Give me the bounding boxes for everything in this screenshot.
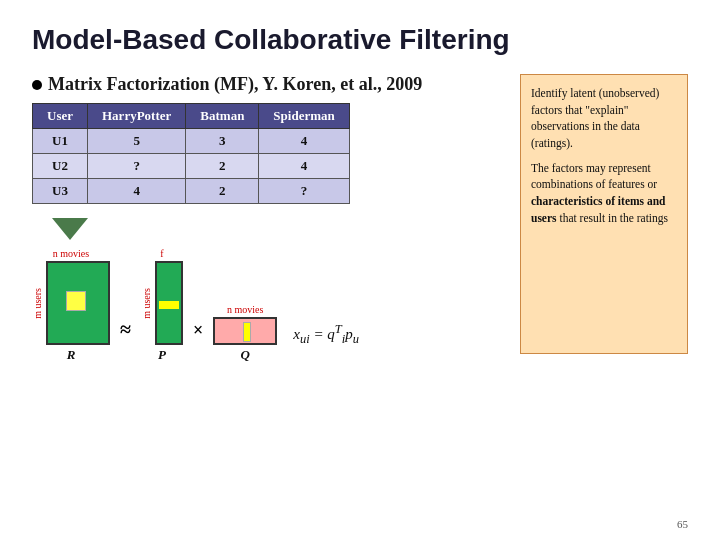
- col-harrypotter: HarryPotter: [88, 104, 186, 129]
- P-matrix-container: f m users P: [141, 248, 183, 363]
- table-row: U3 4 2 ?: [33, 179, 350, 204]
- R-side-label: m users: [32, 288, 43, 319]
- Q-matrix-box: [213, 317, 277, 345]
- right-panel-p1: Identify latent (unobserved) factors tha…: [531, 85, 677, 152]
- right-panel-p2: The factors may represent combinations o…: [531, 160, 677, 227]
- mf-table: User HarryPotter Batman Spiderman U1 5 3…: [32, 103, 350, 204]
- matrix-row: n movies m users R ≈ f: [32, 248, 504, 363]
- Q-label: Q: [241, 347, 250, 363]
- Q-matrix-container: n movies Q: [213, 304, 277, 363]
- bullet-header: Matrix Factorization (MF), Y. Koren, et …: [32, 74, 504, 95]
- cell-u1-hp: 5: [88, 129, 186, 154]
- Q-inner-box: [243, 322, 251, 342]
- table-row: U2 ? 2 4: [33, 154, 350, 179]
- right-panel-p2-text: The factors may represent combinations o…: [531, 162, 668, 224]
- R-matrix-wrapper: m users: [32, 261, 110, 345]
- col-user: User: [33, 104, 88, 129]
- approx-container: ≈: [120, 318, 131, 363]
- P-matrix-box: [155, 261, 183, 345]
- cell-u3-user: U3: [33, 179, 88, 204]
- P-inner-box: [159, 301, 179, 309]
- Q-matrix-wrapper: [213, 317, 277, 345]
- P-top-label: f: [160, 248, 163, 259]
- cell-u1-bat: 3: [186, 129, 259, 154]
- times-symbol: ×: [193, 320, 203, 341]
- cell-u2-spider: 4: [259, 154, 349, 179]
- col-batman: Batman: [186, 104, 259, 129]
- table-row: U1 5 3 4: [33, 129, 350, 154]
- cell-u3-spider: ?: [259, 179, 349, 204]
- page-number: 65: [677, 518, 688, 530]
- cell-u1-spider: 4: [259, 129, 349, 154]
- slide-title: Model-Based Collaborative Filtering: [32, 24, 688, 56]
- R-inner-box: [66, 291, 86, 311]
- P-matrix-wrapper: m users: [141, 261, 183, 345]
- slide: Model-Based Collaborative Filtering Matr…: [0, 0, 720, 540]
- left-content: Matrix Factorization (MF), Y. Koren, et …: [32, 74, 504, 363]
- P-label: P: [158, 347, 166, 363]
- bullet-dot: [32, 80, 42, 90]
- times-container: ×: [193, 320, 203, 363]
- cell-u2-bat: 2: [186, 154, 259, 179]
- R-matrix-container: n movies m users R: [32, 248, 110, 363]
- down-arrow-container: [32, 218, 504, 240]
- formula-display: xui = qTipu: [293, 326, 359, 342]
- R-label: R: [67, 347, 76, 363]
- right-panel: Identify latent (unobserved) factors tha…: [520, 74, 688, 354]
- Q-top-label: n movies: [227, 304, 263, 315]
- main-content: Matrix Factorization (MF), Y. Koren, et …: [32, 74, 688, 363]
- cell-u3-hp: 4: [88, 179, 186, 204]
- cell-u1-user: U1: [33, 129, 88, 154]
- cell-u2-hp: ?: [88, 154, 186, 179]
- formula-text: xui = qTipu: [293, 322, 359, 347]
- cell-u3-bat: 2: [186, 179, 259, 204]
- approx-symbol: ≈: [120, 318, 131, 341]
- R-top-label: n movies: [53, 248, 89, 259]
- P-side-label: m users: [141, 288, 152, 319]
- bullet-header-text: Matrix Factorization (MF), Y. Koren, et …: [48, 74, 422, 95]
- col-spiderman: Spiderman: [259, 104, 349, 129]
- R-matrix-box: [46, 261, 110, 345]
- down-arrow-icon: [52, 218, 88, 240]
- cell-u2-user: U2: [33, 154, 88, 179]
- formula-container: xui = qTipu: [293, 322, 359, 363]
